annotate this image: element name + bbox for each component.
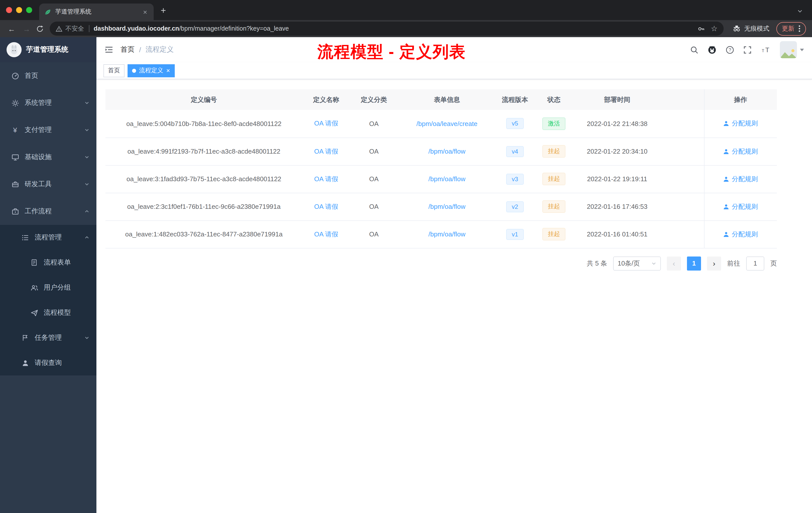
definition-name-link[interactable]: OA 请假 [314,120,338,127]
window-minimize-button[interactable] [16,7,22,13]
sidebar-item-process-management[interactable]: 流程管理 [0,225,96,250]
sidebar-item-label: 流程管理 [35,233,62,242]
definition-name-link[interactable]: OA 请假 [314,230,338,238]
tag-process-definition[interactable]: 流程定义 × [127,64,174,77]
sidebar-item-infrastructure[interactable]: 基础设施 [0,144,96,171]
browser-tab[interactable]: 芋道管理系统 × [39,3,154,20]
browser-menu-kebab-icon[interactable] [799,25,801,32]
next-page-button[interactable]: › [707,256,721,270]
chevron-up-icon [84,235,89,240]
svg-text:T: T [765,46,769,54]
url-path: /bpm/manager/definition?key=oa_leave [179,25,289,32]
sidebar-item-label: 支付管理 [25,125,52,134]
sidebar-toggle-icon[interactable] [105,45,114,54]
chevron-down-icon [84,182,89,187]
gear-icon [11,99,19,107]
window-close-button[interactable] [6,7,12,13]
breadcrumb-current: 流程定义 [146,45,174,54]
avatar-image [780,41,797,58]
brand-avatar [6,42,22,57]
sidebar-item-label: 请假查询 [35,358,62,367]
security-label[interactable]: 不安全 [65,24,84,33]
definition-name-link[interactable]: OA 请假 [314,147,338,155]
sidebar-item-payment[interactable]: ¥ 支付管理 [0,117,96,144]
bookmark-star-icon[interactable]: ☆ [711,24,718,33]
window-zoom-button[interactable] [26,7,32,13]
tab-search-chevron-icon[interactable] [797,8,803,14]
sidebar-item-process-form[interactable]: 流程表单 [0,250,96,275]
password-key-icon[interactable] [697,25,705,32]
tab-close-icon[interactable]: × [142,8,149,16]
page-number-1[interactable]: 1 [687,256,701,270]
goto-page-input[interactable] [746,256,764,270]
sidebar-item-devtools[interactable]: 研发工具 [0,171,96,198]
cell-definition-id: oa_leave:5:004b710b-7b8a-11ec-8ef0-acde4… [106,110,302,138]
window-controls [0,7,39,20]
sidebar-item-process-model[interactable]: 流程模型 [0,300,96,325]
page-size-select[interactable]: 10条/页 [613,256,661,270]
column-header-form: 表单信息 [398,89,496,110]
sidebar-item-user-group[interactable]: 用户分组 [0,275,96,300]
status-badge: 激活 [542,117,566,130]
sidebar-item-system[interactable]: 系统管理 [0,89,96,117]
update-label[interactable]: 更新 [782,24,794,33]
incognito-label: 无痕模式 [744,24,769,33]
assign-rule-link[interactable]: 分配规则 [723,147,758,156]
sidebar-logo[interactable]: 芋道管理系统 [0,37,96,62]
address-bar[interactable]: 不安全 dashboard.yudao.iocoder.cn /bpm/mana… [50,22,724,36]
font-size-icon[interactable]: TT [761,46,771,54]
column-header-id: 定义编号 [106,89,302,110]
definition-name-link[interactable]: OA 请假 [314,175,338,182]
browser-toolbar: ← → 不安全 dashboard.yudao.iocoder.cn /bpm/… [0,20,812,37]
help-icon[interactable]: ? [726,46,734,54]
sidebar-item-workflow[interactable]: 工作流程 [0,198,96,225]
goto-label: 前往 [727,259,740,268]
github-icon[interactable] [707,45,717,54]
new-tab-button[interactable]: + [161,5,166,16]
column-header-deploy-time: 部署时间 [574,89,660,110]
form-link[interactable]: /bpm/oa/leave/create [416,120,477,127]
document-icon [30,259,38,267]
browser-update-button[interactable]: 更新 [776,22,806,35]
form-link[interactable]: /bpm/oa/flow [428,148,465,155]
column-header-status: 状态 [534,89,574,110]
paper-plane-icon [30,309,38,317]
sidebar-item-task-management[interactable]: 任务管理 [0,325,96,350]
back-icon[interactable]: ← [6,24,17,33]
tag-close-icon[interactable]: × [166,67,170,74]
form-link[interactable]: /bpm/oa/flow [428,231,465,238]
user-avatar[interactable] [780,41,804,58]
prev-page-button[interactable]: ‹ [667,256,681,270]
assign-rule-link[interactable]: 分配规则 [723,230,758,239]
assign-rule-link[interactable]: 分配规则 [723,175,758,183]
annotation-overlay: 流程模型 - 定义列表 [317,41,466,63]
sidebar-item-label: 任务管理 [35,333,62,342]
assign-rule-label: 分配规则 [732,202,758,211]
sidebar-item-home[interactable]: 首页 [0,62,96,89]
cell-category: OA [350,220,398,248]
sidebar-item-leave-query[interactable]: 请假查询 [0,350,96,375]
reload-icon[interactable] [36,25,44,32]
assign-rule-link[interactable]: 分配规则 [723,202,758,211]
sidebar-item-label: 流程表单 [44,258,71,267]
pagination: 共 5 条 10条/页 ‹ 1 › 前往 页 [106,256,777,270]
definition-name-link[interactable]: OA 请假 [314,203,338,210]
form-link[interactable]: /bpm/oa/flow [428,203,465,210]
version-badge: v2 [506,201,523,212]
form-link[interactable]: /bpm/oa/flow [428,175,465,183]
cell-category: OA [350,138,398,165]
yen-icon: ¥ [11,126,19,134]
breadcrumb-home[interactable]: 首页 [120,45,135,54]
goto-unit: 页 [770,259,777,268]
sidebar-item-label: 研发工具 [25,180,52,189]
svg-text:?: ? [729,47,731,52]
column-header-version: 流程版本 [496,89,534,110]
search-icon[interactable] [690,46,698,54]
forward-icon[interactable]: → [21,24,32,33]
chevron-down-icon [84,155,89,160]
tags-view-bar: 首页 流程定义 × [96,62,812,79]
users-icon [30,283,38,292]
fullscreen-icon[interactable] [743,46,752,54]
assign-rule-link[interactable]: 分配规则 [723,119,758,128]
tag-home[interactable]: 首页 [104,64,124,77]
